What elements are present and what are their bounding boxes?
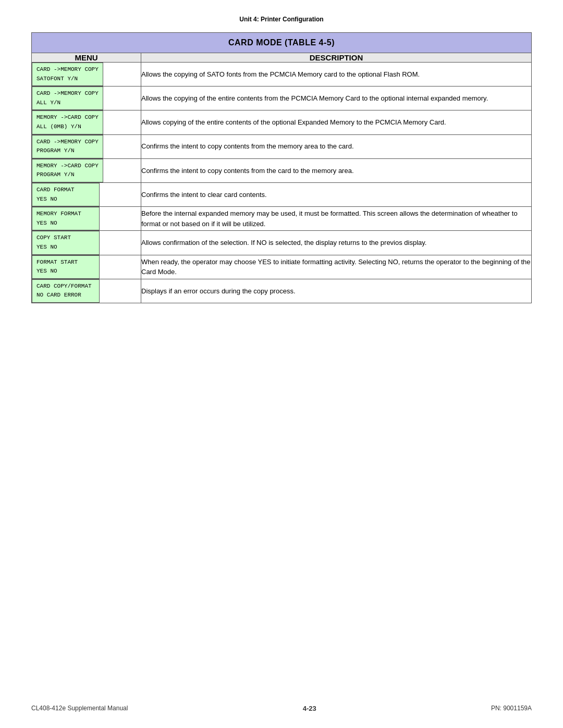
menu-cell: MEMORY ->CARD COPYALL (0MB) Y/N [32, 110, 141, 134]
table-row: CARD FORMATYES NOConfirms the intent to … [32, 182, 532, 206]
lcd-display: CARD ->MEMORY COPYPROGRAM Y/N [32, 135, 103, 158]
table-row: MEMORY FORMATYES NOBefore the internal e… [32, 207, 532, 231]
menu-cell: CARD ->MEMORY COPYPROGRAM Y/N [32, 134, 141, 158]
table-row: FORMAT STARTYES NOWhen ready, the operat… [32, 255, 532, 279]
desc-cell: Allows copying of the entire contents of… [141, 110, 532, 134]
lcd-display: CARD ->MEMORY COPYALL Y/N [32, 87, 103, 110]
table-row: CARD ->MEMORY COPYSATOFONT Y/NAllows the… [32, 63, 532, 87]
lcd-display: CARD ->MEMORY COPYSATOFONT Y/N [32, 63, 103, 86]
table-title: CARD MODE (TABLE 4-5) [32, 33, 532, 53]
lcd-line2: PROGRAM Y/N [36, 146, 99, 156]
lcd-line2: NO CARD ERROR [36, 291, 95, 300]
desc-cell: When ready, the operator may choose YES … [141, 255, 532, 279]
lcd-line2: PROGRAM Y/N [36, 170, 99, 180]
menu-cell: MEMORY FORMATYES NO [32, 207, 141, 231]
header-title: Unit 4: Printer Configuration [239, 16, 323, 23]
desc-cell: Confirms the intent to clear card conten… [141, 182, 532, 206]
desc-cell: Displays if an error occurs during the c… [141, 279, 532, 303]
page-footer: CL408-412e Supplemental Manual 4-23 PN: … [31, 689, 532, 712]
footer-left: CL408-412e Supplemental Manual [31, 705, 128, 712]
menu-cell: COPY STARTYES NO [32, 231, 141, 255]
main-table: CARD MODE (TABLE 4-5) MENU DESCRIPTION C… [31, 32, 532, 303]
table-row: COPY STARTYES NOAllows confirmation of t… [32, 231, 532, 255]
desc-cell: Confirms the intent to copy contents fro… [141, 134, 532, 158]
desc-cell: Allows the copying of the entire content… [141, 87, 532, 110]
lcd-line2: YES NO [36, 219, 95, 228]
lcd-line1: CARD FORMAT [36, 186, 95, 195]
table-row: CARD COPY/FORMATNO CARD ERRORDisplays if… [32, 279, 532, 303]
col-header-menu: MENU [32, 53, 141, 63]
footer-right: PN: 9001159A [491, 705, 532, 712]
lcd-line2: ALL (0MB) Y/N [36, 122, 99, 132]
menu-cell: FORMAT STARTYES NO [32, 255, 141, 279]
menu-cell: CARD ->MEMORY COPYSATOFONT Y/N [32, 63, 141, 87]
lcd-display: CARD COPY/FORMATNO CARD ERROR [32, 279, 100, 303]
lcd-line1: MEMORY FORMAT [36, 209, 95, 219]
lcd-display: MEMORY ->CARD COPYPROGRAM Y/N [32, 159, 103, 182]
lcd-display: FORMAT STARTYES NO [32, 255, 100, 279]
table-title-row: CARD MODE (TABLE 4-5) [32, 33, 532, 53]
lcd-line2: YES NO [36, 243, 95, 252]
table-row: CARD ->MEMORY COPYALL Y/NAllows the copy… [32, 87, 532, 110]
lcd-line2: YES NO [36, 195, 95, 204]
lcd-line2: ALL Y/N [36, 98, 99, 108]
menu-cell: CARD COPY/FORMATNO CARD ERROR [32, 279, 141, 303]
desc-cell: Before the internal expanded memory may … [141, 207, 532, 231]
footer-center: 4-23 [303, 705, 316, 712]
lcd-line1: FORMAT START [36, 258, 95, 267]
table-row: MEMORY ->CARD COPYALL (0MB) Y/NAllows co… [32, 110, 532, 134]
lcd-line1: CARD ->MEMORY COPY [36, 138, 99, 147]
lcd-display: COPY STARTYES NO [32, 231, 100, 254]
lcd-display: MEMORY ->CARD COPYALL (0MB) Y/N [32, 110, 103, 134]
lcd-display: MEMORY FORMATYES NO [32, 207, 100, 230]
menu-cell: CARD FORMATYES NO [32, 182, 141, 206]
desc-cell: Allows confirmation of the selection. If… [141, 231, 532, 255]
table-row: CARD ->MEMORY COPYPROGRAM Y/NConfirms th… [32, 134, 532, 158]
lcd-display: CARD FORMATYES NO [32, 183, 100, 206]
menu-cell: CARD ->MEMORY COPYALL Y/N [32, 87, 141, 110]
col-header-desc: DESCRIPTION [141, 53, 532, 63]
desc-cell: Allows the copying of SATO fonts from th… [141, 63, 532, 87]
lcd-line1: CARD COPY/FORMAT [36, 282, 95, 291]
page-header: Unit 4: Printer Configuration [31, 16, 532, 23]
lcd-line1: CARD ->MEMORY COPY [36, 65, 99, 75]
lcd-line1: COPY START [36, 233, 95, 243]
lcd-line2: SATOFONT Y/N [36, 75, 99, 84]
desc-cell: Confirms the intent to copy contents fro… [141, 158, 532, 182]
column-header-row: MENU DESCRIPTION [32, 53, 532, 63]
lcd-line1: MEMORY ->CARD COPY [36, 113, 99, 122]
table-row: MEMORY ->CARD COPYPROGRAM Y/NConfirms th… [32, 158, 532, 182]
menu-cell: MEMORY ->CARD COPYPROGRAM Y/N [32, 158, 141, 182]
lcd-line1: MEMORY ->CARD COPY [36, 162, 99, 171]
lcd-line1: CARD ->MEMORY COPY [36, 89, 99, 98]
lcd-line2: YES NO [36, 267, 95, 276]
